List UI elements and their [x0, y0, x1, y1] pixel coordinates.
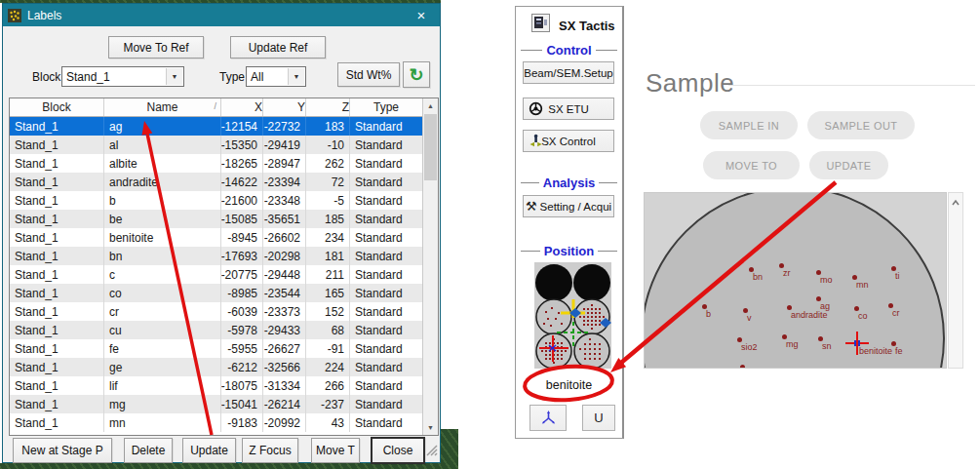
- column-header-block[interactable]: Block: [10, 98, 104, 116]
- table-row[interactable]: Stand_1 mn -9183 -20992 43 Standard: [10, 413, 422, 432]
- chevron-down-icon[interactable]: ▼: [166, 68, 182, 85]
- table-row[interactable]: Stand_1 andradite -14622 -23394 72 Stand…: [10, 173, 422, 191]
- window-title: Labels: [27, 9, 61, 22]
- cell-type: Standard: [350, 284, 422, 302]
- sample-point[interactable]: [740, 365, 745, 369]
- table-row[interactable]: Stand_1 cr -6039 -23373 152 Standard: [10, 302, 422, 321]
- sample-point[interactable]: sn: [818, 336, 823, 341]
- column-header-type[interactable]: Type: [350, 98, 422, 116]
- column-header-x[interactable]: X: [221, 98, 263, 116]
- sample-point[interactable]: ti: [891, 266, 896, 271]
- sx-control-button[interactable]: SX Control: [523, 130, 614, 152]
- table-scrollbar[interactable]: ▲ ▼: [422, 98, 438, 435]
- column-header-z[interactable]: Z: [306, 98, 350, 116]
- table-row[interactable]: Stand_1 b -21600 -23348 -5 Standard: [10, 191, 422, 210]
- cell-block: Stand_1: [10, 136, 104, 154]
- sample-point[interactable]: b: [702, 304, 707, 309]
- sample-in-button[interactable]: SAMPLE IN: [700, 111, 798, 139]
- resize-grip[interactable]: [425, 443, 438, 460]
- scrollbar-thumb[interactable]: [424, 114, 437, 180]
- scroll-down-icon[interactable]: ▼: [423, 420, 438, 435]
- move-to-stage-button[interactable]: MOVE TO: [703, 151, 800, 179]
- sample-point[interactable]: mn: [852, 275, 857, 280]
- move-to-ref-button[interactable]: Move To Ref: [108, 36, 204, 59]
- u-button[interactable]: U: [582, 405, 615, 431]
- table-row[interactable]: Stand_1 ge -6212 -32566 224 Standard: [10, 358, 422, 376]
- cell-z: 152: [306, 302, 350, 321]
- sample-view-scrollbar[interactable]: [948, 192, 963, 369]
- beam-sem-setup-button[interactable]: Beam/SEM.Setup: [523, 61, 614, 84]
- sample-stage-view[interactable]: bn zr mo mn ti b v andradite: [644, 192, 947, 369]
- cell-name: be: [104, 210, 221, 228]
- cell-x: -9183: [221, 413, 263, 432]
- cell-name: c: [104, 265, 221, 284]
- close-icon[interactable]: ×: [407, 4, 436, 26]
- sample-point[interactable]: ag: [816, 296, 821, 301]
- sx-etu-button[interactable]: SX ETU: [523, 98, 614, 120]
- cell-name: mn: [104, 413, 221, 432]
- update-button[interactable]: Update: [182, 438, 236, 463]
- cell-block: Stand_1: [10, 321, 104, 339]
- sample-holder-map[interactable]: [534, 262, 611, 369]
- cell-name: mg: [104, 395, 221, 413]
- axes-icon-button[interactable]: [529, 405, 567, 431]
- cell-block: Stand_1: [10, 173, 104, 191]
- move-to-button[interactable]: Move T: [311, 438, 360, 463]
- std-wt-button[interactable]: Std Wt%: [337, 62, 400, 87]
- type-dropdown[interactable]: All ▼: [246, 66, 306, 87]
- type-dropdown-value: All: [251, 70, 263, 84]
- table-row[interactable]: Stand_1 cu -5978 -29433 68 Standard: [10, 321, 422, 339]
- sample-point[interactable]: v: [743, 308, 748, 313]
- axes-icon: [540, 410, 557, 426]
- setting-acqui-button[interactable]: ⚒ Setting / Acqui: [523, 195, 614, 217]
- block-dropdown[interactable]: Stand_1 ▼: [61, 66, 184, 87]
- table-row[interactable]: Stand_1 bn -17693 -20298 181 Standard: [10, 247, 422, 265]
- table-row[interactable]: Stand_1 co -8985 -23544 165 Standard: [10, 284, 422, 302]
- update-stage-button[interactable]: UPDATE: [809, 151, 888, 179]
- table-row[interactable]: Stand_1 ag -12154 -22732 183 Standard: [10, 117, 422, 136]
- sample-point[interactable]: mg: [782, 334, 787, 339]
- table-row[interactable]: Stand_1 fe -5955 -26627 -91 Standard: [10, 339, 422, 358]
- table-row[interactable]: Stand_1 benitoite -8945 -26602 234 Stand…: [10, 228, 422, 247]
- scroll-up-icon[interactable]: ▲: [423, 98, 438, 113]
- delete-button[interactable]: Delete: [124, 438, 173, 463]
- column-header-name[interactable]: Name /: [104, 98, 221, 116]
- sample-point[interactable]: co: [854, 306, 859, 311]
- table-row[interactable]: Stand_1 mg -15041 -26214 -237 Standard: [10, 395, 422, 413]
- sample-point[interactable]: mo: [816, 270, 821, 275]
- sample-point[interactable]: benitoite: [855, 341, 860, 346]
- labels-table: Block Name / X Y Z Type Stand_1 ag -1215…: [9, 98, 439, 436]
- cell-z: 224: [306, 358, 350, 376]
- cell-block: Stand_1: [10, 302, 104, 321]
- cell-x: -6212: [221, 358, 263, 376]
- sample-point[interactable]: sio2: [737, 337, 742, 342]
- refresh-icon[interactable]: ↻: [403, 61, 430, 88]
- update-ref-button[interactable]: Update Ref: [230, 36, 326, 59]
- table-row[interactable]: Stand_1 albite -18265 -28947 262 Standar…: [10, 154, 422, 173]
- table-row[interactable]: Stand_1 lif -18075 -31334 266 Standard: [10, 376, 422, 395]
- sample-point[interactable]: andradite: [787, 305, 792, 310]
- point-label: sio2: [741, 342, 758, 352]
- desktop-background: [441, 429, 458, 469]
- chevron-down-icon[interactable]: ▼: [288, 68, 304, 85]
- point-label: zr: [783, 268, 791, 278]
- cell-block: Stand_1: [10, 284, 104, 302]
- point-dot-icon: [740, 365, 745, 369]
- sample-point[interactable]: fe: [891, 341, 896, 346]
- close-button[interactable]: Close: [371, 437, 425, 464]
- z-focus-button[interactable]: Z Focus: [242, 438, 298, 463]
- sample-point[interactable]: cr: [888, 303, 893, 308]
- sample-point[interactable]: bn: [749, 267, 754, 272]
- table-row[interactable]: Stand_1 al -15350 -29419 -10 Standard: [10, 136, 422, 154]
- sample-point[interactable]: zr: [779, 263, 784, 268]
- cell-y: -29448: [263, 265, 306, 284]
- new-at-stage-button[interactable]: New at Stage P: [13, 438, 112, 463]
- table-row[interactable]: Stand_1 c -20775 -29448 211 Standard: [10, 265, 422, 284]
- cell-block: Stand_1: [10, 247, 104, 265]
- sample-out-button[interactable]: SAMPLE OUT: [807, 111, 915, 139]
- table-row[interactable]: Stand_1 be -15085 -35651 185 Standard: [10, 210, 422, 228]
- column-header-y[interactable]: Y: [263, 98, 306, 116]
- joystick-icon: [529, 134, 543, 148]
- cell-type: Standard: [350, 247, 422, 265]
- labels-titlebar[interactable]: Labels ×: [3, 4, 440, 26]
